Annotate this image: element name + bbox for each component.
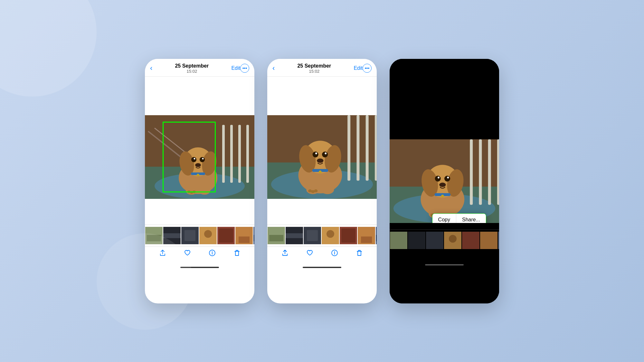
ellipsis-icon-2: ••• [365,66,370,71]
svg-rect-74 [341,228,355,243]
copy-menu-item[interactable]: Copy [432,214,456,223]
svg-rect-106 [408,232,425,249]
info-button-2[interactable] [331,249,338,258]
context-menu: Copy Share... [432,213,486,223]
thumbnail-7[interactable] [253,227,254,244]
dog-photo-2 [267,115,377,199]
back-button-1[interactable]: ‹ [150,64,152,72]
svg-point-57 [317,158,323,163]
thumbnail-2-1[interactable] [268,227,285,244]
thumbnail-2[interactable] [163,227,181,244]
header-time-2: 15:02 [275,69,354,74]
thumbnail-3[interactable] [181,227,199,244]
svg-rect-46 [356,115,359,181]
svg-point-93 [435,176,441,181]
phone-frame-2: ‹ 25 September 15:02 Edit ••• [267,59,377,303]
svg-rect-26 [147,235,161,241]
thumbnail-5[interactable] [217,227,235,244]
top-spacer-2 [267,77,377,115]
photo-header-2: ‹ 25 September 15:02 Edit ••• [267,59,377,77]
svg-rect-34 [219,228,233,243]
phone-frame-1: ‹ 25 September 15:02 Edit ••• [145,59,254,303]
bottom-toolbar-1 [145,246,254,264]
svg-point-97 [439,182,446,187]
share-button-1[interactable] [159,249,166,258]
dark-bottom [390,223,499,303]
svg-point-14 [200,157,205,162]
thumbnail-3-5[interactable] [462,232,479,249]
thumbnail-1[interactable] [145,227,163,244]
svg-point-24 [193,190,196,193]
thumbnail-3-2[interactable] [408,232,425,249]
bottom-spacer-2 [267,199,377,225]
svg-rect-36 [239,237,250,243]
thumbnail-2-5[interactable] [340,227,357,244]
svg-rect-70 [307,230,318,241]
share-menu-item[interactable]: Share... [456,214,486,223]
top-spacer-1 [145,77,254,115]
edit-button-1[interactable]: Edit [231,65,240,71]
svg-point-81 [334,252,335,252]
thumbnail-3-4[interactable] [444,232,461,249]
header-time-1: 15:02 [152,69,231,74]
svg-point-53 [313,152,318,157]
thumbnail-2-6[interactable] [358,227,375,244]
phone-content-2: ‹ 25 September 15:02 Edit ••• [267,59,377,303]
more-button-2[interactable]: ••• [363,64,372,73]
svg-rect-5 [238,125,241,183]
header-title-2: 25 September 15:02 [275,63,354,74]
back-button-2[interactable]: ‹ [272,64,275,72]
more-button-1[interactable]: ••• [240,64,249,73]
edit-button-2[interactable]: Edit [354,65,363,71]
svg-rect-25 [145,227,163,244]
home-bar-3 [425,264,464,265]
thumbnail-2-7[interactable] [376,227,377,244]
svg-point-109 [449,235,457,243]
dog-photo-3: Copy Share... [390,139,499,223]
thumbnail-2-2[interactable] [286,227,303,244]
svg-rect-68 [286,233,303,238]
svg-point-17 [195,163,201,167]
thumbnail-3-7[interactable] [498,232,499,249]
thumbnail-3-6[interactable] [480,232,497,249]
svg-point-96 [447,176,449,178]
favorite-button-1[interactable] [184,249,191,258]
svg-rect-47 [366,115,369,181]
ellipsis-icon-1: ••• [242,66,247,71]
svg-point-41 [212,252,212,252]
bottom-spacer-1 [145,199,254,225]
svg-rect-28 [163,233,181,238]
home-bar-2 [303,267,341,268]
thumbnail-2-3[interactable] [304,227,321,244]
svg-point-61 [321,185,334,194]
svg-rect-85 [470,139,473,205]
dark-top [390,59,499,139]
info-button-1[interactable] [209,249,216,258]
home-indicator-2 [267,264,377,271]
thumbnail-4[interactable] [199,227,217,244]
thumbnail-3-1[interactable] [390,232,407,249]
svg-rect-48 [375,115,377,181]
svg-point-16 [202,158,204,159]
photo-header-1: ‹ 25 September 15:02 Edit ••• [145,59,254,77]
svg-rect-78 [376,235,377,241]
thumbnail-3-3[interactable] [426,232,443,249]
bottom-toolbar-2 [267,246,377,264]
share-button-2[interactable] [281,249,289,258]
thumbnail-6[interactable] [235,227,253,244]
delete-button-2[interactable] [356,249,363,258]
svg-rect-76 [361,237,372,243]
thumbnail-strip-2 [267,225,377,246]
svg-point-64 [314,189,317,192]
delete-button-1[interactable] [233,249,241,258]
favorite-button-2[interactable] [306,249,313,258]
svg-point-13 [191,157,196,162]
thumbnail-strip-3 [390,229,499,251]
svg-point-94 [444,176,450,181]
svg-point-55 [315,153,317,154]
svg-point-72 [327,230,334,238]
thumbnail-2-4[interactable] [322,227,339,244]
svg-point-99 [441,194,444,197]
svg-rect-38 [253,235,254,241]
svg-rect-105 [390,232,407,249]
